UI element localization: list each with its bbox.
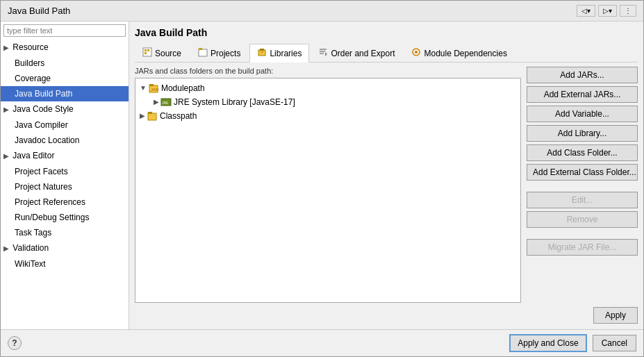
svg-rect-20: [148, 113, 156, 120]
sidebar-item-builders[interactable]: Builders: [1, 56, 129, 71]
sidebar-item-wikitext[interactable]: WikiText: [1, 256, 129, 272]
jre-icon: JRE: [160, 97, 172, 108]
modulepath-expand-arrow[interactable]: ▼: [140, 82, 147, 94]
help-button[interactable]: ?: [8, 336, 22, 350]
classpath-icon: [147, 110, 158, 122]
dialog-body: ▶ Resource Builders Coverage Java Build …: [1, 22, 643, 329]
dialog: Java Build Path ◁▾ ▷▾ ⋮ ▶ Resource Build…: [0, 0, 644, 357]
tab-libraries[interactable]: Libraries: [249, 44, 309, 63]
svg-rect-21: [148, 112, 152, 114]
menu-button[interactable]: ⋮: [620, 5, 636, 17]
remove-button[interactable]: Remove: [527, 211, 638, 228]
tree-panel[interactable]: ▼ JARs Modulepath: [135, 78, 521, 303]
sidebar-item-coverage[interactable]: Coverage: [1, 71, 129, 86]
sidebar-item-validation[interactable]: ▶ Validation: [1, 240, 129, 256]
sidebar-item-resource[interactable]: ▶ Resource: [1, 40, 129, 56]
dialog-footer: ? Apply and Close Cancel: [1, 329, 643, 356]
add-external-class-folder-button[interactable]: Add External Class Folder...: [527, 164, 638, 181]
footer-left: ?: [8, 336, 504, 350]
add-variable-button[interactable]: Add Variable...: [527, 106, 638, 122]
add-external-jars-button[interactable]: Add External JARs...: [527, 86, 638, 103]
sidebar-item-java-compiler[interactable]: Java Compiler: [1, 117, 129, 133]
tab-source[interactable]: Source: [135, 44, 189, 62]
projects-icon: [198, 47, 208, 59]
add-class-folder-button[interactable]: Add Class Folder...: [527, 144, 638, 161]
svg-rect-16: [149, 84, 154, 86]
sidebar-item-javadoc-location[interactable]: Javadoc Location: [1, 133, 129, 148]
sidebar-item-project-natures[interactable]: Project Natures: [1, 179, 129, 194]
tree-item-jre[interactable]: ▶ JRE JRE System Library [JavaSE-17]: [152, 95, 518, 109]
apply-button[interactable]: Apply: [593, 307, 638, 324]
expand-arrow: ▶: [3, 42, 9, 54]
sidebar-item-project-references[interactable]: Project References: [1, 194, 129, 210]
source-icon: [142, 47, 152, 59]
sidebar-item-java-editor[interactable]: ▶ Java Editor: [1, 148, 129, 164]
sidebar-item-java-code-style[interactable]: ▶ Java Code Style: [1, 101, 129, 117]
classpath-label: Classpath: [160, 110, 197, 122]
sidebar-item-project-facets[interactable]: Project Facets: [1, 164, 129, 179]
svg-rect-0: [143, 48, 151, 56]
tab-projects[interactable]: Projects: [190, 44, 248, 62]
tab-module-deps[interactable]: Module Dependencies: [404, 44, 514, 62]
content-area: JARs and class folders on the build path…: [135, 67, 638, 303]
classpath-expand-arrow[interactable]: ▶: [140, 110, 145, 122]
svg-rect-5: [199, 48, 202, 50]
tree-item-modulepath[interactable]: ▼ JARs Modulepath: [138, 81, 518, 95]
svg-rect-3: [147, 49, 149, 51]
dialog-header: Java Build Path ◁▾ ▷▾ ⋮: [1, 1, 643, 22]
svg-rect-1: [145, 49, 147, 51]
description: JARs and class folders on the build path…: [135, 67, 521, 75]
sidebar: ▶ Resource Builders Coverage Java Build …: [1, 22, 129, 329]
main-title: Java Build Path: [135, 27, 638, 38]
expand-arrow-code-style: ▶: [3, 103, 9, 116]
add-jars-button[interactable]: Add JARs...: [527, 67, 638, 83]
svg-rect-2: [145, 52, 147, 54]
tab-order-export[interactable]: Order and Export: [311, 44, 402, 62]
jre-label: JRE System Library [JavaSE-17]: [174, 96, 295, 108]
module-icon: [411, 47, 421, 59]
sidebar-item-task-tags[interactable]: Task Tags: [1, 225, 129, 240]
expand-arrow-validation: ▶: [3, 242, 9, 255]
apply-close-button[interactable]: Apply and Close: [509, 334, 586, 352]
libraries-icon: [257, 47, 267, 59]
svg-marker-12: [325, 52, 327, 56]
order-icon: [318, 47, 328, 59]
svg-text:JARs: JARs: [151, 88, 159, 92]
svg-rect-4: [199, 49, 207, 56]
svg-rect-7: [260, 49, 264, 51]
modulepath-icon: JARs: [148, 83, 159, 94]
tree-item-classpath[interactable]: ▶ Classpath: [138, 109, 518, 123]
main-content: Java Build Path Source Projects: [129, 22, 643, 329]
buttons-panel: Add JARs... Add External JARs... Add Var…: [527, 67, 638, 303]
forward-button[interactable]: ▷▾: [598, 5, 617, 17]
svg-point-14: [415, 51, 418, 53]
dialog-title: Java Build Path: [8, 6, 70, 16]
sidebar-item-run-debug[interactable]: Run/Debug Settings: [1, 210, 129, 225]
cancel-button[interactable]: Cancel: [593, 335, 636, 351]
expand-arrow-java-editor: ▶: [3, 150, 9, 163]
sidebar-item-java-build-path[interactable]: Java Build Path: [1, 86, 129, 101]
migrate-jar-button[interactable]: Migrate JAR File...: [527, 239, 638, 256]
tabs-bar: Source Projects Libraries: [135, 44, 638, 63]
modulepath-label: Modulepath: [161, 82, 205, 94]
add-library-button[interactable]: Add Library...: [527, 125, 638, 142]
jre-expand-arrow[interactable]: ▶: [154, 96, 159, 108]
svg-text:JRE: JRE: [162, 101, 169, 105]
edit-button[interactable]: Edit...: [527, 192, 638, 208]
tree-children-modulepath: ▶ JRE JRE System Library [JavaSE-17]: [138, 95, 518, 109]
back-button[interactable]: ◁▾: [577, 5, 595, 17]
svg-rect-6: [258, 50, 265, 56]
filter-input[interactable]: [3, 24, 126, 37]
